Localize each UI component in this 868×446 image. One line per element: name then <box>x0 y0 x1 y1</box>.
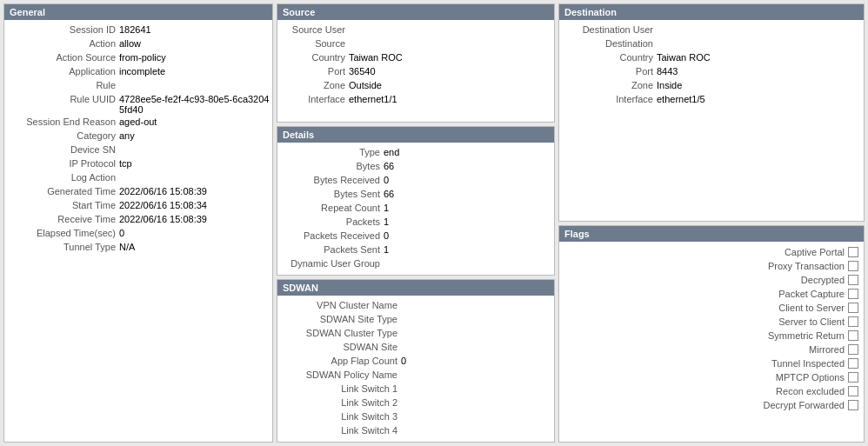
source-row: Interfaceethernet1/1 <box>279 93 552 107</box>
sdwan-row: Link Switch 4 <box>279 424 552 438</box>
source-panel: Source Source UserSourceCountryTaiwan RO… <box>277 3 555 123</box>
flag-checkbox[interactable] <box>848 372 858 383</box>
flag-checkbox[interactable] <box>848 330 858 341</box>
general-row: Generated Time2022/06/16 15:08:39 <box>6 185 270 199</box>
destination-panel: Destination Destination UserDestinationC… <box>558 3 865 222</box>
sdwan-row: Link Switch 2 <box>279 396 552 410</box>
source-header: Source <box>277 4 554 20</box>
general-row: Device SN <box>6 143 270 157</box>
details-row: Dynamic User Group <box>279 257 552 271</box>
flag-checkbox[interactable] <box>848 289 858 299</box>
general-row: Applicationincomplete <box>6 65 270 79</box>
destination-row: Interfaceethernet1/5 <box>561 93 862 107</box>
flag-row: Mirrored <box>561 343 862 356</box>
flag-row: Packet Capture <box>561 287 862 301</box>
destination-body: Destination UserDestinationCountryTaiwan… <box>559 20 864 110</box>
flag-checkbox[interactable] <box>848 247 858 257</box>
general-row: Log Action <box>6 171 270 185</box>
general-row: Tunnel TypeN/A <box>6 241 270 255</box>
details-panel: Details TypeendBytes66Bytes Received0Byt… <box>277 126 555 276</box>
details-row: Bytes Received0 <box>279 174 552 188</box>
general-row: Rule <box>6 79 270 93</box>
flag-checkbox[interactable] <box>848 303 858 313</box>
sdwan-row: App Flap Count0 <box>279 355 552 369</box>
destination-row: ZoneInside <box>561 79 862 93</box>
flags-body: Captive PortalProxy TransactionDecrypted… <box>559 242 864 416</box>
flag-row: Decrypt Forwarded <box>561 398 862 412</box>
source-row: Port36540 <box>279 65 552 79</box>
sdwan-body: VPN Cluster NameSDWAN Site TypeSDWAN Clu… <box>277 296 554 442</box>
flag-row: Tunnel Inspected <box>561 356 862 370</box>
destination-row: Destination <box>561 37 862 51</box>
destination-row: Destination User <box>561 23 862 37</box>
details-row: Repeat Count1 <box>279 202 552 216</box>
source-body: Source UserSourceCountryTaiwan ROCPort36… <box>277 20 554 110</box>
flag-row: MPTCP Options <box>561 370 862 384</box>
flag-checkbox[interactable] <box>848 386 858 396</box>
flag-row: Captive Portal <box>561 245 862 259</box>
flag-row: Decrypted <box>561 273 862 287</box>
details-row: Bytes Sent66 <box>279 188 552 202</box>
general-body: Session ID182641ActionallowAction Source… <box>4 20 272 258</box>
details-row: Bytes66 <box>279 160 552 174</box>
sdwan-row: Link Switch 3 <box>279 410 552 424</box>
flag-checkbox[interactable] <box>848 316 858 327</box>
sdwan-row: SDWAN Policy Name <box>279 369 552 383</box>
details-row: Packets Sent1 <box>279 243 552 257</box>
sdwan-row: SDWAN Cluster Type <box>279 327 552 341</box>
flag-checkbox[interactable] <box>848 358 858 369</box>
destination-header: Destination <box>559 4 864 20</box>
general-row: IP Protocoltcp <box>6 157 270 171</box>
source-row: Source <box>279 37 552 51</box>
main-container: General Session ID182641ActionallowActio… <box>0 0 868 446</box>
sdwan-row: VPN Cluster Name <box>279 299 552 313</box>
general-row: Receive Time2022/06/16 15:08:39 <box>6 213 270 227</box>
flag-row: Recon excluded <box>561 384 862 398</box>
flag-checkbox[interactable] <box>848 261 858 271</box>
flag-checkbox[interactable] <box>848 275 858 285</box>
general-row: Categoryany <box>6 130 270 143</box>
general-row: Session End Reasonaged-out <box>6 116 270 130</box>
flag-checkbox[interactable] <box>848 344 858 355</box>
general-row: Rule UUID4728ee5e-fe2f-4c93-80e5-6ca3204… <box>6 93 270 116</box>
flag-row: Symmetric Return <box>561 329 862 343</box>
details-body: TypeendBytes66Bytes Received0Bytes Sent6… <box>277 143 554 275</box>
general-row: Action Sourcefrom-policy <box>6 51 270 65</box>
flag-row: Proxy Transaction <box>561 259 862 273</box>
sdwan-panel: SDWAN VPN Cluster NameSDWAN Site TypeSDW… <box>277 279 555 443</box>
flag-row: Server to Client <box>561 315 862 329</box>
destination-row: Port8443 <box>561 65 862 79</box>
sdwan-header: SDWAN <box>277 280 554 296</box>
general-row: Actionallow <box>6 37 270 51</box>
flag-row: Client to Server <box>561 301 862 315</box>
details-row: Packets Received0 <box>279 230 552 243</box>
details-row: Typeend <box>279 146 552 160</box>
source-row: Source User <box>279 23 552 37</box>
flags-header: Flags <box>559 226 864 242</box>
general-header: General <box>4 4 272 20</box>
flags-panel: Flags Captive PortalProxy TransactionDec… <box>558 225 865 443</box>
destination-row: CountryTaiwan ROC <box>561 51 862 65</box>
flag-checkbox[interactable] <box>848 400 858 410</box>
sdwan-row: SDWAN Site <box>279 341 552 355</box>
source-row: CountryTaiwan ROC <box>279 51 552 65</box>
general-row: Session ID182641 <box>6 23 270 37</box>
sdwan-row: SDWAN Site Type <box>279 313 552 327</box>
general-panel: General Session ID182641ActionallowActio… <box>3 3 273 443</box>
source-row: ZoneOutside <box>279 79 552 93</box>
general-row: Start Time2022/06/16 15:08:34 <box>6 199 270 213</box>
details-row: Packets1 <box>279 216 552 230</box>
general-row: Elapsed Time(sec)0 <box>6 227 270 241</box>
details-header: Details <box>277 127 554 143</box>
sdwan-row: Link Switch 1 <box>279 383 552 396</box>
